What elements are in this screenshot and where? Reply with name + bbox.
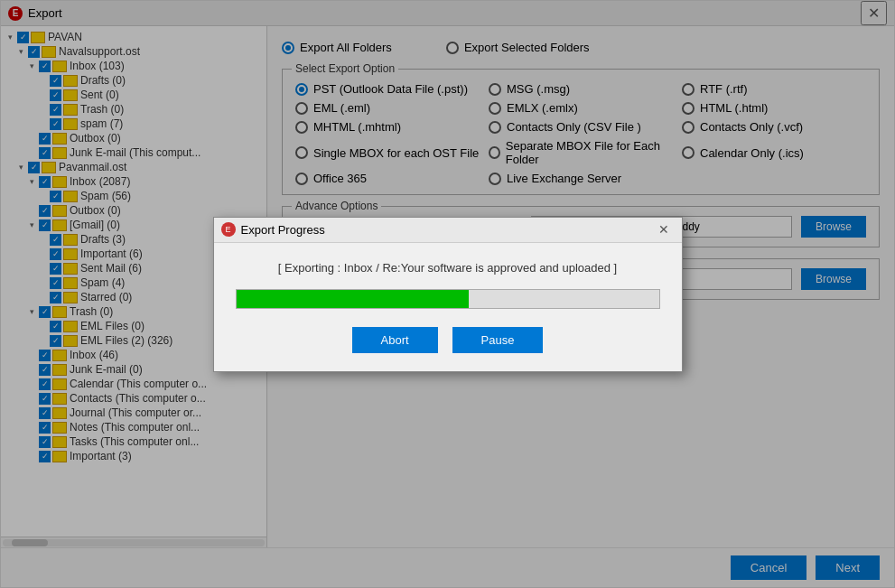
modal-title: Export Progress <box>241 223 325 237</box>
modal-body: [ Exporting : Inbox / Re:Your software i… <box>214 243 682 371</box>
main-window: E Export ✕ ▾PAVAN▾Navalsupport.ost▾Inbox… <box>0 0 895 588</box>
abort-button[interactable]: Abort <box>352 327 438 353</box>
modal-overlay: E Export Progress ✕ [ Exporting : Inbox … <box>1 1 894 587</box>
modal-buttons: Abort Pause <box>236 327 660 353</box>
progress-bar-container <box>236 289 660 309</box>
export-progress-modal: E Export Progress ✕ [ Exporting : Inbox … <box>213 217 683 372</box>
progress-bar-fill <box>237 290 469 308</box>
export-status-text: [ Exporting : Inbox / Re:Your software i… <box>236 261 660 275</box>
modal-close-button[interactable]: ✕ <box>653 220 675 238</box>
modal-title-bar: E Export Progress ✕ <box>214 218 682 243</box>
pause-button[interactable]: Pause <box>452 327 544 353</box>
modal-title-left: E Export Progress <box>221 222 325 237</box>
modal-icon: E <box>221 222 236 237</box>
